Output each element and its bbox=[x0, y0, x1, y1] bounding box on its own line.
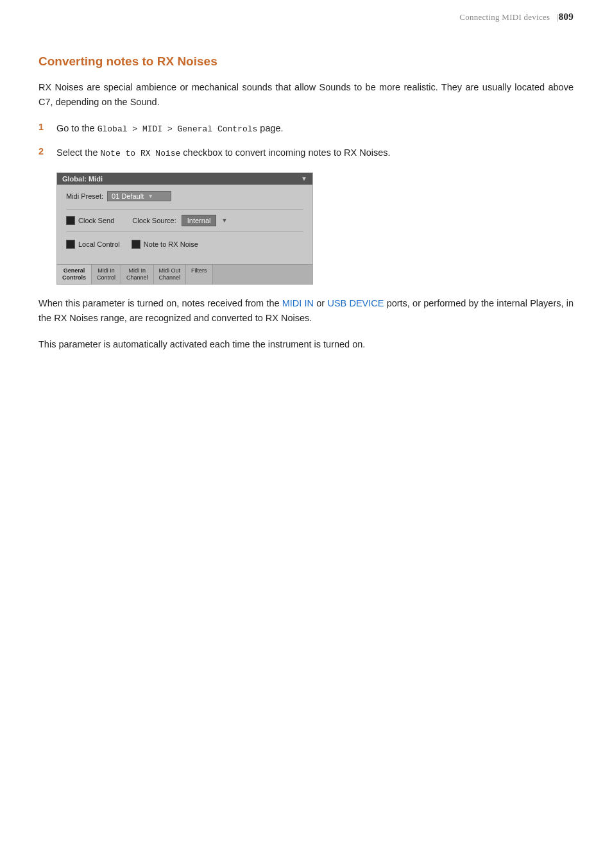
separator-2 bbox=[66, 231, 303, 232]
ui-panel-tabs: General Controls Midi In Control Midi In… bbox=[57, 264, 312, 284]
note-rx-noise-item: Note to RX Noise bbox=[132, 240, 198, 249]
page-content: Converting notes to RX Noises RX Noises … bbox=[0, 42, 612, 402]
step-2-code-ref: Note to RX Noise bbox=[101, 149, 181, 158]
separator-1 bbox=[66, 209, 303, 210]
ui-panel-arrow-icon: ▼ bbox=[301, 175, 307, 182]
clock-send-label: Clock Send bbox=[78, 217, 114, 224]
clock-source-value: Internal bbox=[182, 215, 217, 226]
step-1-code-ref: Global > MIDI > General Controls bbox=[98, 124, 258, 134]
midi-in-ref: MIDI IN bbox=[282, 298, 314, 308]
midi-preset-value: 01 Default bbox=[112, 192, 144, 200]
ui-panel-body: Midi Preset: 01 Default ▼ Clock Send Clo… bbox=[57, 185, 312, 264]
step-2-number: 2 bbox=[38, 146, 56, 156]
step-2: 2 Select the Note to RX Noise checkbox t… bbox=[38, 146, 574, 161]
tab-midi-in-channel[interactable]: Midi In Channel bbox=[121, 265, 154, 284]
tab-general-controls[interactable]: General Controls bbox=[57, 265, 92, 284]
note-rx-noise-checkbox[interactable] bbox=[132, 240, 140, 249]
ui-panel-title: Global: Midi bbox=[62, 175, 103, 183]
local-control-label: Local Control bbox=[78, 240, 120, 248]
page-header: Connecting MIDI devices |809 bbox=[0, 0, 612, 22]
step-list: 1 Go to the Global > MIDI > General Cont… bbox=[38, 121, 574, 161]
clock-send-checkbox-item: Clock Send bbox=[66, 216, 114, 225]
step-1: 1 Go to the Global > MIDI > General Cont… bbox=[38, 121, 574, 137]
clock-source-dropdown-arrow: ▼ bbox=[221, 217, 227, 224]
midi-preset-dropdown[interactable]: 01 Default ▼ bbox=[107, 191, 171, 201]
midi-preset-dropdown-arrow: ▼ bbox=[148, 193, 153, 199]
step-2-text: Select the Note to RX Noise checkbox to … bbox=[56, 146, 391, 161]
midi-preset-row: Midi Preset: 01 Default ▼ bbox=[66, 191, 303, 201]
tab-midi-in-control[interactable]: Midi In Control bbox=[92, 265, 121, 284]
post-paragraph-2: This parameter is automatically activate… bbox=[38, 337, 574, 352]
local-control-checkbox[interactable] bbox=[66, 240, 75, 249]
chapter-title: Connecting MIDI devices bbox=[459, 12, 550, 22]
intro-paragraph: RX Noises are special ambience or mechan… bbox=[38, 80, 574, 110]
step-1-number: 1 bbox=[38, 121, 56, 132]
page-number: 809 bbox=[559, 12, 574, 22]
ui-panel-titlebar: Global: Midi ▼ bbox=[57, 173, 312, 185]
clock-send-row: Clock Send Clock Source: Internal ▼ bbox=[66, 215, 303, 226]
tab-filters[interactable]: Filters bbox=[186, 265, 213, 284]
tab-midi-out-channel[interactable]: Midi Out Channel bbox=[154, 265, 187, 284]
local-control-item: Local Control bbox=[66, 240, 120, 249]
clock-send-checkbox[interactable] bbox=[66, 216, 75, 225]
midi-preset-label: Midi Preset: bbox=[66, 192, 103, 200]
clock-source-label: Clock Source: bbox=[132, 217, 176, 224]
controls-row: Local Control Note to RX Noise bbox=[66, 236, 303, 253]
section-title: Converting notes to RX Noises bbox=[38, 54, 574, 69]
usb-device-ref: USB DEVICE bbox=[327, 298, 384, 308]
step-1-text: Go to the Global > MIDI > General Contro… bbox=[56, 121, 284, 137]
ui-panel: Global: Midi ▼ Midi Preset: 01 Default ▼… bbox=[56, 172, 313, 285]
post-paragraph-1: When this parameter is turned on, notes … bbox=[38, 296, 574, 326]
note-rx-noise-label: Note to RX Noise bbox=[144, 240, 198, 248]
